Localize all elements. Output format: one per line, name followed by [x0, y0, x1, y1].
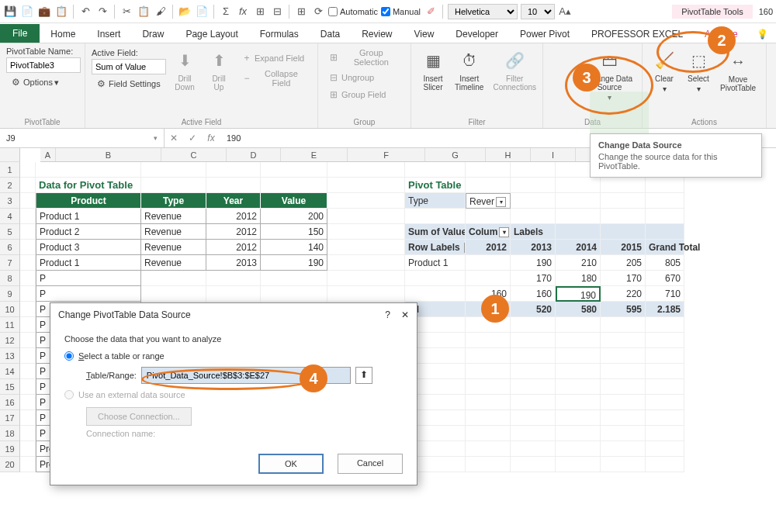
cell[interactable] — [466, 209, 511, 224]
tab-insert[interactable]: Insert — [86, 26, 131, 43]
paste-icon[interactable]: 📋 — [137, 5, 151, 19]
cell[interactable] — [646, 457, 684, 472]
cell[interactable] — [327, 224, 405, 240]
cell[interactable] — [646, 317, 684, 333]
cell[interactable] — [327, 255, 405, 271]
cell[interactable] — [556, 364, 601, 379]
cell[interactable] — [646, 410, 684, 426]
cell[interactable] — [601, 426, 646, 441]
row-header[interactable]: 12 — [0, 333, 20, 348]
cell[interactable] — [141, 286, 206, 302]
manual-checkbox[interactable]: Manual — [381, 7, 421, 16]
cell[interactable]: 2012 — [206, 224, 261, 240]
cell[interactable] — [327, 240, 405, 255]
cell[interactable] — [511, 441, 556, 457]
cell[interactable] — [20, 162, 36, 178]
fx-icon[interactable]: fx — [202, 133, 220, 143]
cell[interactable] — [511, 426, 556, 441]
cell[interactable] — [20, 364, 36, 379]
cell[interactable] — [327, 178, 405, 193]
options-button[interactable]: ⚙Options ▾ — [6, 74, 78, 90]
tool2-icon[interactable]: ⊟ — [270, 5, 284, 19]
cell[interactable]: 205 — [601, 255, 646, 271]
cell[interactable] — [601, 395, 646, 410]
cell[interactable] — [466, 410, 511, 426]
cancel-button[interactable]: Cancel — [338, 454, 403, 474]
name-box[interactable]: J9▾ — [0, 129, 165, 147]
cell[interactable]: 170 — [511, 271, 556, 286]
col-header[interactable]: E — [281, 148, 348, 161]
cell[interactable] — [556, 441, 601, 457]
refresh-icon[interactable]: ⟳ — [311, 5, 325, 19]
ungroup-button[interactable]: ⊟Ungroup — [324, 70, 404, 85]
cell[interactable] — [20, 271, 36, 286]
col-header[interactable]: A — [40, 148, 56, 161]
cell[interactable] — [601, 441, 646, 457]
row-header[interactable]: 5 — [0, 224, 20, 240]
cell[interactable]: Revenue — [141, 255, 206, 271]
row-header[interactable]: 4 — [0, 209, 20, 224]
tab-draw[interactable]: Draw — [131, 26, 175, 43]
cell[interactable]: Grand Total — [646, 240, 684, 255]
tab-page-layout[interactable]: Page Layout — [175, 26, 248, 43]
cell[interactable]: 670 — [646, 271, 684, 286]
cell[interactable]: 160 — [511, 286, 556, 302]
cell[interactable] — [556, 193, 601, 209]
cell[interactable] — [601, 348, 646, 364]
cell[interactable]: Labels — [511, 224, 556, 240]
cell[interactable] — [511, 457, 556, 472]
row-header[interactable]: 17 — [0, 410, 20, 426]
active-field-input[interactable] — [92, 59, 166, 74]
clear-button[interactable]: 🧹Clear ▾ — [649, 47, 680, 95]
cell[interactable] — [601, 178, 646, 193]
cell[interactable]: 190 — [511, 255, 556, 271]
accept-formula-icon[interactable]: ✓ — [183, 133, 202, 143]
cell[interactable]: 520 — [511, 302, 556, 317]
cell[interactable] — [511, 379, 556, 395]
cell[interactable] — [206, 162, 261, 178]
cell[interactable] — [20, 317, 36, 333]
cell[interactable]: 150 — [261, 224, 327, 240]
cell[interactable] — [141, 162, 206, 178]
filter-connections-button[interactable]: 🔗Filter Connections — [490, 47, 539, 93]
row-header[interactable]: 15 — [0, 379, 20, 395]
cell[interactable]: Product 1 — [405, 255, 466, 271]
tool1-icon[interactable]: ⊞ — [253, 5, 267, 19]
cell[interactable]: 190 — [556, 286, 601, 302]
col-header[interactable]: C — [161, 148, 227, 161]
cell[interactable] — [20, 209, 36, 224]
row-header[interactable]: 10 — [0, 302, 20, 317]
cell[interactable] — [327, 271, 405, 286]
cell[interactable] — [646, 348, 684, 364]
cell[interactable]: Colum▾ — [466, 224, 511, 240]
cell[interactable] — [206, 178, 261, 193]
cell[interactable] — [556, 178, 601, 193]
row-header[interactable]: 3 — [0, 193, 20, 209]
cell[interactable] — [511, 333, 556, 348]
cell[interactable] — [556, 395, 601, 410]
cell[interactable]: 2012 — [206, 240, 261, 255]
cell[interactable]: 2014 — [556, 240, 601, 255]
cell[interactable] — [646, 395, 684, 410]
cell[interactable] — [261, 286, 327, 302]
cell[interactable]: 2012 — [466, 240, 511, 255]
row-header[interactable]: 9 — [0, 286, 20, 302]
tab-formulas[interactable]: Formulas — [249, 26, 310, 43]
cell[interactable]: Product 1 — [36, 209, 141, 224]
cell[interactable] — [511, 209, 556, 224]
cell[interactable] — [601, 410, 646, 426]
row-header[interactable]: 8 — [0, 271, 20, 286]
cell[interactable] — [601, 379, 646, 395]
cell[interactable] — [20, 286, 36, 302]
cell[interactable]: Revenue — [141, 209, 206, 224]
tab-data[interactable]: Data — [310, 26, 351, 43]
cell[interactable] — [20, 441, 36, 457]
cell[interactable] — [556, 410, 601, 426]
new-icon[interactable]: 📄 — [195, 5, 209, 19]
cell[interactable] — [466, 441, 511, 457]
cell[interactable]: 200 — [261, 209, 327, 224]
cell[interactable]: 710 — [646, 286, 684, 302]
tab-developer[interactable]: Developer — [445, 26, 509, 43]
cell[interactable] — [405, 286, 466, 302]
cell[interactable]: 2015 — [601, 240, 646, 255]
